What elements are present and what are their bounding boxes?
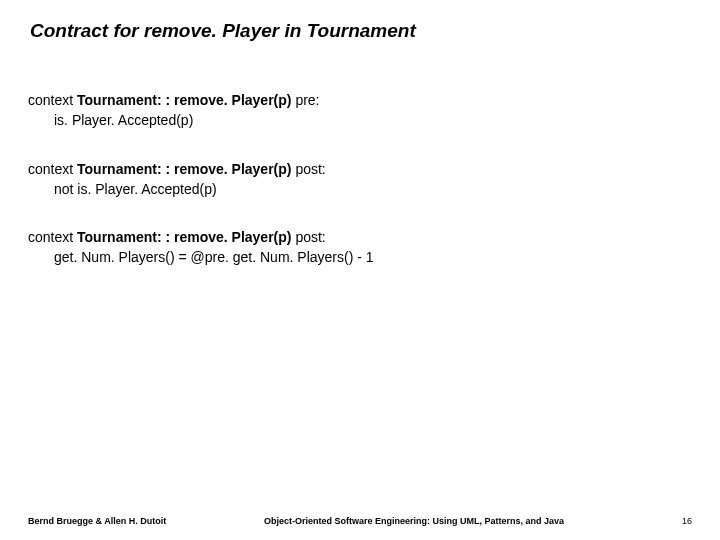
slide-footer: Bernd Bruegge & Allen H. Dutoit Object-O… bbox=[0, 516, 720, 526]
contract-body: get. Num. Players() = @pre. get. Num. Pl… bbox=[28, 247, 692, 267]
context-kind: post: bbox=[295, 161, 325, 177]
context-kind: post: bbox=[295, 229, 325, 245]
contract-body: not is. Player. Accepted(p) bbox=[28, 179, 692, 199]
context-keyword: context bbox=[28, 92, 77, 108]
context-kind: pre: bbox=[295, 92, 319, 108]
slide-title: Contract for remove. Player in Tournamen… bbox=[30, 20, 692, 42]
context-target: Tournament: : remove. Player(p) bbox=[77, 92, 295, 108]
context-target: Tournament: : remove. Player(p) bbox=[77, 161, 295, 177]
footer-title: Object-Oriented Software Engineering: Us… bbox=[166, 516, 662, 526]
context-line: context Tournament: : remove. Player(p) … bbox=[28, 159, 692, 179]
contract-block-1: context Tournament: : remove. Player(p) … bbox=[28, 90, 692, 131]
context-keyword: context bbox=[28, 229, 77, 245]
context-line: context Tournament: : remove. Player(p) … bbox=[28, 227, 692, 247]
footer-authors: Bernd Bruegge & Allen H. Dutoit bbox=[28, 516, 166, 526]
context-line: context Tournament: : remove. Player(p) … bbox=[28, 90, 692, 110]
context-keyword: context bbox=[28, 161, 77, 177]
footer-page-number: 16 bbox=[662, 516, 692, 526]
contract-body: is. Player. Accepted(p) bbox=[28, 110, 692, 130]
contract-block-2: context Tournament: : remove. Player(p) … bbox=[28, 159, 692, 200]
context-target: Tournament: : remove. Player(p) bbox=[77, 229, 295, 245]
contract-block-3: context Tournament: : remove. Player(p) … bbox=[28, 227, 692, 268]
